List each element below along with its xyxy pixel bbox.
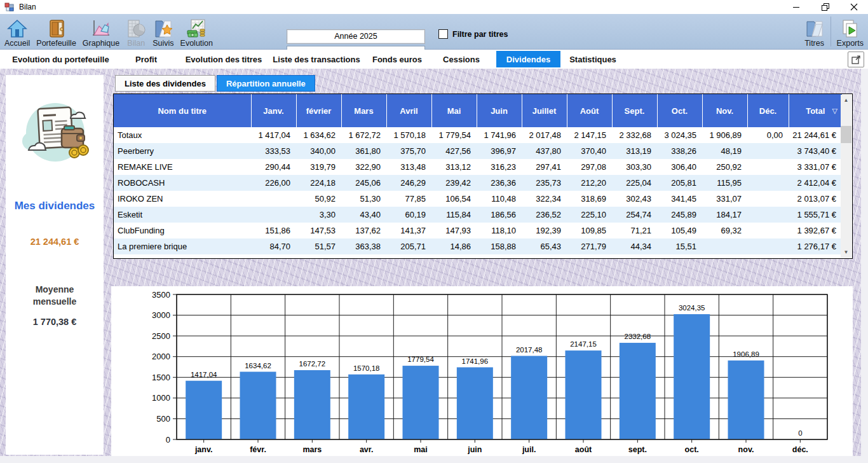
accueil-button[interactable]: Accueil	[1, 14, 33, 49]
table-row[interactable]: Esketit3,3043,4060,19115,84186,56236,522…	[114, 207, 842, 223]
close-button[interactable]	[839, 0, 868, 14]
subtab-r-partition-annuelle[interactable]: Répartition annuelle	[217, 75, 315, 92]
tab-dividendes[interactable]: Dividendes	[496, 51, 560, 67]
month-value-cell: 297,41	[522, 159, 567, 175]
row-title-name: ClubFunding	[114, 223, 251, 238]
monthly-dividends-chart-panel: 05001000150020002500300035001417,04janv.…	[111, 286, 853, 456]
table-row[interactable]: Peerberry333,53340,00361,80375,70427,563…	[114, 143, 842, 159]
column-header-juillet[interactable]: Juillet	[522, 94, 567, 127]
checkbox-box[interactable]	[438, 29, 448, 39]
table-row[interactable]: REMAKE LIVE290,44319,79322,90313,48313,1…	[114, 159, 842, 175]
main-toolbar: AccueilPortefeuilleGraphiqueBilanSuivisE…	[0, 14, 868, 50]
table-row[interactable]: IROKO ZEN50,9251,3077,85106,54110,48322,…	[114, 191, 842, 207]
tab-evolution-du-portefeuille[interactable]: Evolution du portefeuille	[5, 51, 116, 67]
scroll-down-arrow-icon[interactable]: ▼	[841, 247, 851, 258]
month-value-cell: 235,73	[522, 175, 567, 191]
x-axis-label: mai	[414, 445, 428, 454]
month-value-cell: 147,53	[296, 223, 341, 238]
month-value-cell: 225,04	[612, 175, 657, 191]
column-header-oct-[interactable]: Oct.	[657, 94, 702, 127]
bar-value-label: 3024,35	[679, 304, 705, 312]
x-axis-label: juin	[467, 445, 482, 454]
bar-avr.[interactable]	[348, 375, 384, 439]
tab-liste-des-transactions[interactable]: Liste des transactions	[272, 51, 361, 67]
portefeuille-button[interactable]: Portefeuille	[33, 14, 79, 49]
minimize-button[interactable]	[782, 0, 811, 14]
table-vertical-scrollbar[interactable]: ▲ ▼	[841, 95, 851, 258]
dividends-illustration	[16, 93, 93, 170]
month-value-cell: 375,70	[386, 143, 431, 159]
month-value-cell: 1 906,89	[702, 127, 747, 143]
tab-profit[interactable]: Profit	[123, 51, 170, 67]
bar-janv.[interactable]	[186, 381, 222, 439]
month-value-cell: 2 147,15	[567, 127, 612, 143]
tab-fonds-euros[interactable]: Fonds euros	[371, 51, 423, 67]
titres-button[interactable]: Titres	[801, 14, 828, 49]
tab-statistiques[interactable]: Statistiques	[563, 51, 623, 67]
month-value-cell: 43,40	[341, 207, 386, 223]
maximize-button[interactable]	[811, 0, 839, 14]
title-bar: Bilan	[0, 0, 868, 14]
column-header-janv-[interactable]: Janv.	[251, 94, 296, 127]
dividends-table: Nom du titreJanv.févrierMarsAvrilMaiJuin…	[114, 94, 842, 254]
month-value-cell	[747, 238, 789, 254]
sort-descending-icon[interactable]: ▽	[832, 107, 837, 115]
y-tick-label: 500	[156, 414, 170, 424]
bar-sept.[interactable]	[620, 343, 656, 439]
evolution-button[interactable]: Evolution	[177, 14, 216, 49]
bar-août[interactable]	[566, 350, 602, 439]
table-row[interactable]: Totaux1 417,041 634,621 672,721 570,181 …	[114, 127, 842, 143]
tab-evolution-des-titres[interactable]: Evolution des titres	[183, 51, 264, 67]
column-header-sept-[interactable]: Sept.	[612, 94, 657, 127]
bar-juin[interactable]	[457, 368, 493, 439]
column-header-nov-[interactable]: Nov.	[702, 94, 747, 127]
evolution-button-label: Evolution	[180, 39, 213, 48]
month-value-cell: 115,84	[431, 207, 477, 223]
bilan-button: Bilan	[123, 14, 149, 49]
column-header-avril[interactable]: Avril	[386, 94, 431, 127]
column-header-mai[interactable]: Mai	[431, 94, 477, 127]
toolbar-separator	[831, 17, 831, 46]
scroll-up-arrow-icon[interactable]: ▲	[841, 95, 851, 106]
month-value-cell: 319,79	[296, 159, 341, 175]
table-row[interactable]: La premiere brique84,7051,57363,38205,71…	[114, 238, 842, 254]
scrollbar-thumb[interactable]	[841, 126, 851, 143]
column-header-mars[interactable]: Mars	[341, 94, 386, 127]
month-value-cell: 2 017,48	[522, 127, 567, 143]
bar-nov.[interactable]	[728, 361, 764, 439]
suivis-button-label: Suivis	[153, 39, 173, 48]
table-row[interactable]: ClubFunding151,86147,53137,62141,37147,9…	[114, 223, 842, 238]
row-title-name: Totaux	[114, 127, 251, 143]
column-header-f-vrier[interactable]: février	[296, 94, 341, 127]
month-value-cell: 205,71	[386, 238, 431, 254]
x-axis-label: nov.	[738, 445, 754, 454]
column-header-ao-t[interactable]: Août	[567, 94, 612, 127]
suivis-button[interactable]: Suivis	[149, 14, 177, 49]
column-header-d-c-[interactable]: Déc.	[747, 94, 789, 127]
row-total-cell: 1 276,17 €	[789, 238, 842, 254]
monthly-average-label: Moyenne mensuelle	[6, 284, 104, 308]
summary-sidebar: Mes dividendes 21 244,61 € Moyenne mensu…	[6, 75, 104, 455]
column-header-nom-du-titre[interactable]: Nom du titre	[114, 94, 251, 127]
column-header-total[interactable]: Total▽	[789, 94, 842, 127]
year-input[interactable]: Année 2025	[287, 29, 425, 44]
tab-cessions[interactable]: Cessions	[435, 51, 488, 67]
bar-oct.[interactable]	[674, 314, 710, 439]
month-value-cell: 340,00	[296, 143, 341, 159]
month-value-cell: 51,30	[341, 191, 386, 207]
subtab-liste-des-dividendes[interactable]: Liste des dividendes	[115, 75, 215, 92]
table-row[interactable]: ROBOCASH226,00224,18245,06246,29239,4223…	[114, 175, 842, 191]
exports-button[interactable]: Exports	[834, 14, 867, 49]
bar-mars[interactable]	[294, 370, 330, 439]
month-value-cell: 3,30	[296, 207, 341, 223]
filter-by-titles-checkbox[interactable]: Filtre par titres	[438, 29, 508, 39]
column-header-juin[interactable]: Juin	[477, 94, 522, 127]
bar-juil.[interactable]	[511, 356, 547, 439]
x-axis-label: août	[575, 445, 592, 454]
bar-févr.[interactable]	[240, 372, 276, 439]
bar-mai[interactable]	[403, 366, 439, 439]
month-value-cell: 1 672,72	[341, 127, 386, 143]
open-external-button[interactable]	[848, 52, 864, 67]
x-axis-label: sept.	[628, 445, 647, 454]
graphique-button[interactable]: Graphique	[79, 14, 123, 49]
